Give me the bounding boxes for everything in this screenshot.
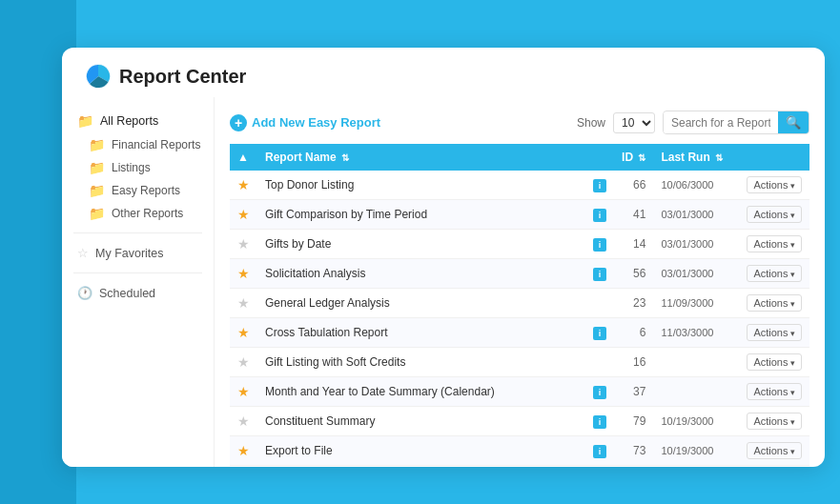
col-last-run[interactable]: Last Run ⇅ — [653, 144, 739, 171]
actions-button[interactable]: Actions — [747, 294, 802, 312]
id-cell: 23 — [614, 289, 653, 318]
info-icon[interactable]: i — [593, 209, 606, 222]
star-icon[interactable]: ★ — [237, 266, 250, 281]
clock-icon: 🕐 — [77, 286, 92, 300]
scheduled-label: Scheduled — [99, 287, 155, 300]
sidebar-item-scheduled[interactable]: 🕐 Scheduled — [62, 281, 214, 305]
info-cell[interactable]: i — [585, 259, 614, 289]
folder-yellow-icon: 📁 — [77, 113, 93, 129]
info-icon[interactable]: i — [593, 268, 606, 281]
main-card: Report Center 📁 All Reports 📁 Financial … — [62, 48, 825, 467]
search-button[interactable]: 🔍 — [778, 111, 809, 133]
actions-button[interactable]: Actions — [747, 413, 802, 430]
actions-cell[interactable]: Actions — [739, 407, 809, 436]
star-icon[interactable]: ★ — [237, 354, 250, 370]
actions-cell[interactable]: Actions — [739, 171, 809, 200]
star-icon[interactable]: ★ — [237, 325, 250, 340]
report-name-cell: Top Donor Listing — [257, 171, 585, 200]
last-run-cell: 03/01/3000 — [653, 230, 739, 259]
sidebar-item-all-reports[interactable]: 📁 All Reports — [62, 109, 214, 133]
financial-label: Financial Reports — [112, 138, 200, 151]
col-name[interactable]: Report Name ⇅ — [257, 144, 585, 171]
star-cell[interactable]: ★ — [230, 348, 257, 377]
id-cell: 66 — [614, 171, 653, 200]
info-icon[interactable]: i — [593, 445, 606, 458]
actions-button[interactable]: Actions — [747, 442, 802, 459]
actions-button[interactable]: Actions — [747, 324, 802, 341]
actions-cell[interactable]: Actions — [739, 259, 809, 289]
table-body: ★Top Donor Listingi6610/06/3000Actions★G… — [230, 171, 809, 466]
col-name-label: Report Name — [265, 151, 337, 164]
star-icon[interactable]: ★ — [237, 177, 250, 192]
star-cell[interactable]: ★ — [230, 407, 257, 436]
table-row: ★General Ledger Analysis2311/09/3000Acti… — [230, 289, 809, 318]
table-row: ★Export to Filei7310/19/3000Actions — [230, 436, 809, 466]
actions-cell[interactable]: Actions — [739, 230, 809, 259]
table-container: ▲ Report Name ⇅ ID ⇅ — [215, 144, 825, 467]
col-id[interactable]: ID ⇅ — [614, 144, 653, 171]
info-cell[interactable]: i — [585, 407, 614, 436]
info-cell[interactable]: i — [585, 436, 614, 466]
star-cell[interactable]: ★ — [230, 377, 257, 407]
info-cell[interactable]: i — [585, 230, 614, 259]
actions-cell[interactable]: Actions — [739, 348, 809, 377]
report-name-cell: Gift Comparison by Time Period — [257, 200, 585, 230]
actions-button[interactable]: Actions — [747, 265, 802, 282]
info-cell[interactable] — [585, 348, 614, 377]
actions-button[interactable]: Actions — [747, 383, 802, 400]
sidebar-item-financial[interactable]: 📁 Financial Reports — [62, 133, 214, 156]
show-label: Show — [577, 116, 605, 130]
star-cell[interactable]: ★ — [230, 318, 257, 348]
last-run-cell: 10/19/3000 — [653, 436, 739, 466]
col-last-run-label: Last Run — [661, 151, 709, 164]
id-cell: 16 — [614, 348, 653, 377]
actions-button[interactable]: Actions — [747, 206, 802, 223]
star-cell[interactable]: ★ — [230, 230, 257, 259]
table-row: ★Gift Listing with Soft Credits16Actions — [230, 348, 809, 377]
actions-cell[interactable]: Actions — [739, 289, 809, 318]
table-header-row: ▲ Report Name ⇅ ID ⇅ — [230, 144, 809, 171]
show-select[interactable]: 10 25 50 — [613, 112, 655, 133]
actions-cell[interactable]: Actions — [739, 436, 809, 466]
star-icon[interactable]: ★ — [237, 295, 250, 311]
actions-cell[interactable]: Actions — [739, 200, 809, 230]
last-run-cell — [653, 377, 739, 407]
star-icon[interactable]: ★ — [237, 207, 250, 222]
info-cell[interactable]: i — [585, 200, 614, 230]
actions-button[interactable]: Actions — [747, 353, 802, 371]
star-cell[interactable]: ★ — [230, 289, 257, 318]
actions-button[interactable]: Actions — [747, 235, 802, 252]
sidebar-item-favorites[interactable]: ☆ My Favorites — [62, 241, 214, 265]
table-row: ★Cross Tabulation Reporti611/03/3000Acti… — [230, 318, 809, 348]
info-cell[interactable]: i — [585, 377, 614, 407]
actions-cell[interactable]: Actions — [739, 377, 809, 407]
info-icon[interactable]: i — [593, 386, 606, 399]
info-cell[interactable]: i — [585, 171, 614, 200]
star-icon[interactable]: ★ — [237, 384, 250, 399]
star-cell[interactable]: ★ — [230, 436, 257, 466]
info-icon[interactable]: i — [593, 327, 606, 340]
table-row: ★Solicitation Analysisi5603/01/3000Actio… — [230, 259, 809, 289]
actions-button[interactable]: Actions — [747, 176, 802, 193]
sidebar-item-other[interactable]: 📁 Other Reports — [62, 202, 214, 225]
star-cell[interactable]: ★ — [230, 171, 257, 200]
add-report-button[interactable]: + Add New Easy Report — [230, 114, 380, 131]
star-icon[interactable]: ★ — [237, 443, 250, 458]
star-icon[interactable]: ★ — [237, 236, 250, 252]
search-input[interactable] — [664, 112, 778, 133]
info-cell[interactable] — [585, 289, 614, 318]
info-icon[interactable]: i — [593, 179, 606, 192]
star-cell[interactable]: ★ — [230, 200, 257, 230]
info-cell[interactable]: i — [585, 318, 614, 348]
actions-cell[interactable]: Actions — [739, 318, 809, 348]
header-right: Show 10 25 50 🔍 — [577, 111, 809, 134]
star-icon[interactable]: ★ — [237, 413, 250, 429]
sidebar-item-listings[interactable]: 📁 Listings — [62, 156, 214, 179]
star-cell[interactable]: ★ — [230, 259, 257, 289]
sidebar-item-easy[interactable]: 📁 Easy Reports — [62, 179, 214, 202]
last-run-cell: 03/01/3000 — [653, 259, 739, 289]
report-name-cell: Gift Listing with Soft Credits — [257, 348, 585, 377]
info-icon[interactable]: i — [593, 238, 606, 252]
card-body: 📁 All Reports 📁 Financial Reports 📁 List… — [62, 97, 825, 467]
info-icon[interactable]: i — [593, 415, 606, 429]
